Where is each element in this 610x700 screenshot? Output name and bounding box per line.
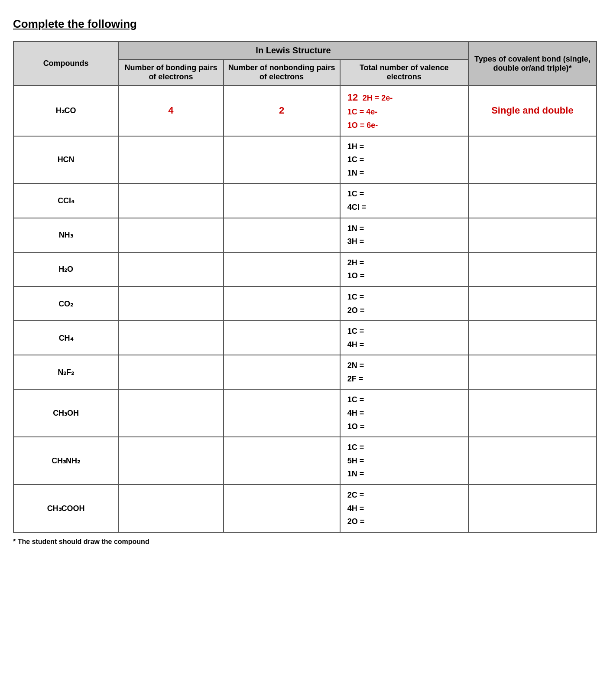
nonbonding-cell bbox=[224, 321, 340, 355]
bonding-cell bbox=[118, 321, 223, 355]
bonding-cell bbox=[118, 355, 223, 389]
valence-cell: 2C =4H =2O = bbox=[340, 485, 468, 532]
compound-cell: NH₃ bbox=[13, 218, 118, 252]
compound-cell: CO₂ bbox=[13, 287, 118, 321]
bonding-cell bbox=[118, 287, 223, 321]
nonbonding-cell bbox=[224, 252, 340, 287]
valence-cell: 1C =5H =1N = bbox=[340, 437, 468, 485]
nonbonding-cell bbox=[224, 389, 340, 437]
bond-type-cell bbox=[468, 183, 597, 218]
valence-cell: 2N =2F = bbox=[340, 355, 468, 389]
col-header-nonbonding: Number of nonbonding pairs of electrons bbox=[224, 59, 340, 85]
bond-type-cell bbox=[468, 355, 597, 389]
nonbonding-cell bbox=[224, 485, 340, 532]
valence-cell: 12 2H = 2e-1C = 4e-1O = 6e- bbox=[340, 85, 468, 136]
compound-cell: H₂O bbox=[13, 252, 118, 287]
bonding-cell bbox=[118, 389, 223, 437]
col-header-compound: Compounds bbox=[13, 42, 118, 85]
bond-type-cell bbox=[468, 287, 597, 321]
col-header-lewis: In Lewis Structure bbox=[118, 42, 468, 59]
bonding-cell bbox=[118, 485, 223, 532]
nonbonding-cell bbox=[224, 136, 340, 184]
compound-cell: H₂CO bbox=[13, 85, 118, 136]
bonding-cell bbox=[118, 218, 223, 252]
bond-type-cell bbox=[468, 485, 597, 532]
compound-cell: CH₃OH bbox=[13, 389, 118, 437]
compound-cell: N₂F₂ bbox=[13, 355, 118, 389]
valence-cell: 1H =1C =1N = bbox=[340, 136, 468, 184]
compound-cell: CH₃NH₂ bbox=[13, 437, 118, 485]
compound-cell: CH₃COOH bbox=[13, 485, 118, 532]
nonbonding-cell bbox=[224, 437, 340, 485]
page-title: Complete the following bbox=[13, 17, 597, 31]
bonding-cell bbox=[118, 437, 223, 485]
bond-type-cell bbox=[468, 321, 597, 355]
footnote: * The student should draw the compound bbox=[13, 538, 597, 546]
bond-type-cell bbox=[468, 136, 597, 184]
col-header-bonding: Number of bonding pairs of electrons bbox=[118, 59, 223, 85]
valence-cell: 2H =1O = bbox=[340, 252, 468, 287]
compound-cell: HCN bbox=[13, 136, 118, 184]
bonding-cell bbox=[118, 136, 223, 184]
valence-cell: 1C =4H = bbox=[340, 321, 468, 355]
main-table: Compounds In Lewis Structure Types of co… bbox=[13, 41, 597, 533]
nonbonding-cell bbox=[224, 183, 340, 218]
valence-cell: 1N =3H = bbox=[340, 218, 468, 252]
bonding-cell: 4 bbox=[118, 85, 223, 136]
bonding-cell bbox=[118, 183, 223, 218]
bond-type-cell bbox=[468, 218, 597, 252]
col-header-types: Types of covalent bond (single, double o… bbox=[468, 42, 597, 85]
nonbonding-cell bbox=[224, 218, 340, 252]
valence-cell: 1C =2O = bbox=[340, 287, 468, 321]
nonbonding-cell bbox=[224, 287, 340, 321]
bond-type-cell: Single and double bbox=[468, 85, 597, 136]
nonbonding-cell bbox=[224, 355, 340, 389]
valence-cell: 1C =4H =1O = bbox=[340, 389, 468, 437]
bond-type-cell bbox=[468, 389, 597, 437]
bond-type-cell bbox=[468, 252, 597, 287]
nonbonding-cell: 2 bbox=[224, 85, 340, 136]
bonding-cell bbox=[118, 252, 223, 287]
col-header-valence: Total number of valence electrons bbox=[340, 59, 468, 85]
compound-cell: CH₄ bbox=[13, 321, 118, 355]
bond-type-cell bbox=[468, 437, 597, 485]
valence-cell: 1C =4Cl = bbox=[340, 183, 468, 218]
compound-cell: CCl₄ bbox=[13, 183, 118, 218]
